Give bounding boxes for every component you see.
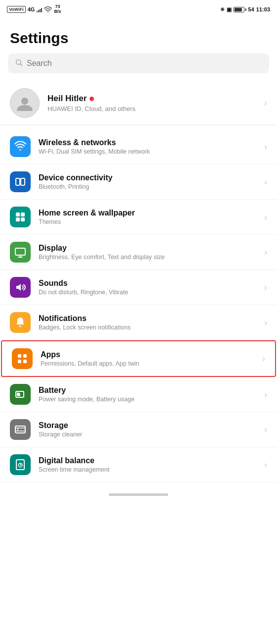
profile-section[interactable]: Heil Hitler HUAWEI ID, Cloud, and others…: [0, 81, 277, 125]
status-left: VoWiFi 4G 73B/s: [7, 4, 61, 14]
home-screen-chevron-icon: ›: [264, 212, 267, 222]
svg-rect-15: [23, 354, 27, 358]
vowifi-indicator: VoWiFi: [7, 6, 26, 13]
battery-percentage: 54: [248, 6, 254, 12]
wireless-icon-box: [10, 136, 31, 157]
device-connectivity-chevron-icon: ›: [264, 177, 267, 187]
status-right: ✳ ▣ 54 11:03: [220, 6, 270, 13]
sounds-chevron-icon: ›: [264, 282, 267, 293]
settings-item-digital-balance[interactable]: Digital balance Screen time management ›: [0, 447, 277, 483]
signal-4g: 4G: [28, 6, 35, 12]
device-connectivity-sub: Bluetooth, Printing: [39, 183, 256, 190]
display-chevron-icon: ›: [264, 247, 267, 258]
digital-balance-icon-box: [10, 454, 31, 475]
svg-rect-10: [16, 217, 20, 221]
device-connectivity-icon-box: [10, 171, 31, 192]
home-screen-sub: Themes: [39, 218, 256, 225]
svg-rect-12: [15, 248, 25, 255]
profile-subtitle: HUAWEI ID, Cloud, and others: [47, 105, 256, 112]
apps-title: Apps: [41, 350, 254, 359]
settings-item-home-screen[interactable]: Home screen & wallpaper Themes ›: [0, 200, 277, 235]
home-indicator: [0, 486, 277, 501]
search-input[interactable]: [27, 59, 262, 68]
notifications-sub: Badges, Lock screen notifications: [39, 324, 256, 331]
apps-text: Apps Permissions, Default apps, App twin: [41, 350, 254, 367]
display-icon-box: [10, 242, 31, 263]
apps-icon-box: [12, 348, 33, 369]
battery-text: Battery Power saving mode, Battery usage: [39, 386, 256, 403]
svg-point-4: [20, 149, 21, 151]
storage-sub: Storage cleaner: [39, 431, 256, 438]
svg-rect-14: [18, 354, 21, 358]
signal-strength: [37, 6, 42, 12]
digital-balance-chevron-icon: ›: [264, 460, 267, 470]
home-screen-title: Home screen & wallpaper: [39, 209, 256, 217]
wifi-icon: [44, 6, 52, 13]
notifications-chevron-icon: ›: [264, 318, 267, 328]
settings-item-battery[interactable]: Battery Power saving mode, Battery usage…: [0, 377, 277, 412]
svg-rect-20: [15, 426, 25, 433]
notifications-title: Notifications: [39, 314, 256, 323]
settings-item-wireless[interactable]: Wireless & networks Wi-Fi, Dual SIM sett…: [0, 129, 277, 164]
search-bar[interactable]: [8, 54, 269, 73]
profile-chevron-icon: ›: [264, 98, 267, 108]
storage-chevron-icon: ›: [264, 425, 267, 435]
notifications-text: Notifications Badges, Lock screen notifi…: [39, 314, 256, 331]
apps-sub: Permissions, Default apps, App twin: [41, 360, 254, 367]
sounds-icon-box: [10, 277, 31, 298]
svg-rect-11: [21, 217, 25, 221]
network-speed: 73B/s: [54, 4, 61, 14]
settings-item-apps[interactable]: Apps Permissions, Default apps, App twin…: [1, 340, 276, 377]
avatar: [10, 88, 40, 118]
wireless-title: Wireless & networks: [39, 138, 256, 147]
bluetooth-icon: ✳: [220, 6, 225, 13]
settings-item-sounds[interactable]: Sounds Do not disturb, Ringtone, Vibrate…: [0, 270, 277, 305]
svg-rect-16: [18, 360, 21, 363]
clock: 11:03: [256, 6, 270, 12]
apps-chevron-icon: ›: [262, 354, 265, 364]
wireless-text: Wireless & networks Wi-Fi, Dual SIM sett…: [39, 138, 256, 155]
profile-info: Heil Hitler HUAWEI ID, Cloud, and others: [47, 94, 256, 112]
digital-balance-text: Digital balance Screen time management: [39, 456, 256, 473]
display-text: Display Brightness, Eye comfort, Text an…: [39, 244, 256, 261]
storage-text: Storage Storage cleaner: [39, 421, 256, 438]
sounds-sub: Do not disturb, Ringtone, Vibrate: [39, 289, 256, 296]
battery-title: Battery: [39, 386, 256, 395]
settings-item-storage[interactable]: Storage Storage cleaner ›: [0, 412, 277, 447]
svg-point-3: [21, 98, 28, 105]
svg-marker-13: [16, 284, 21, 291]
battery-chevron-icon: ›: [264, 389, 267, 400]
battery-indicator: [233, 7, 246, 12]
battery-icon-box: [10, 384, 31, 405]
profile-name: Heil Hitler: [47, 94, 87, 104]
settings-list: Wireless & networks Wi-Fi, Dual SIM sett…: [0, 129, 277, 483]
search-icon: [15, 58, 23, 68]
status-bar: VoWiFi 4G 73B/s ✳ ▣ 54 11:03: [0, 0, 277, 18]
settings-item-device-connectivity[interactable]: Device connectivity Bluetooth, Printing …: [0, 164, 277, 200]
page-title: Settings: [0, 18, 277, 54]
home-screen-text: Home screen & wallpaper Themes: [39, 209, 256, 225]
home-screen-icon-box: [10, 207, 31, 227]
settings-item-display[interactable]: Display Brightness, Eye comfort, Text an…: [0, 235, 277, 270]
settings-item-notifications[interactable]: Notifications Badges, Lock screen notifi…: [0, 305, 277, 340]
svg-point-0: [47, 11, 48, 12]
display-sub: Brightness, Eye comfort, Text and displa…: [39, 254, 256, 261]
svg-rect-5: [16, 178, 20, 185]
svg-rect-17: [23, 360, 27, 363]
digital-balance-title: Digital balance: [39, 456, 256, 465]
screen-cast-icon: ▣: [227, 6, 231, 13]
online-dot: [90, 97, 94, 101]
svg-rect-6: [21, 178, 25, 185]
sounds-title: Sounds: [39, 279, 256, 288]
wireless-chevron-icon: ›: [264, 142, 267, 152]
svg-rect-8: [16, 213, 20, 216]
svg-rect-9: [21, 213, 25, 216]
wireless-sub: Wi-Fi, Dual SIM settings, Mobile network: [39, 148, 256, 155]
storage-icon-box: [10, 419, 31, 440]
svg-line-2: [20, 64, 22, 66]
digital-balance-sub: Screen time management: [39, 466, 256, 473]
home-bar: [109, 493, 168, 496]
battery-sub: Power saving mode, Battery usage: [39, 396, 256, 403]
device-connectivity-text: Device connectivity Bluetooth, Printing: [39, 173, 256, 190]
sounds-text: Sounds Do not disturb, Ringtone, Vibrate: [39, 279, 256, 296]
